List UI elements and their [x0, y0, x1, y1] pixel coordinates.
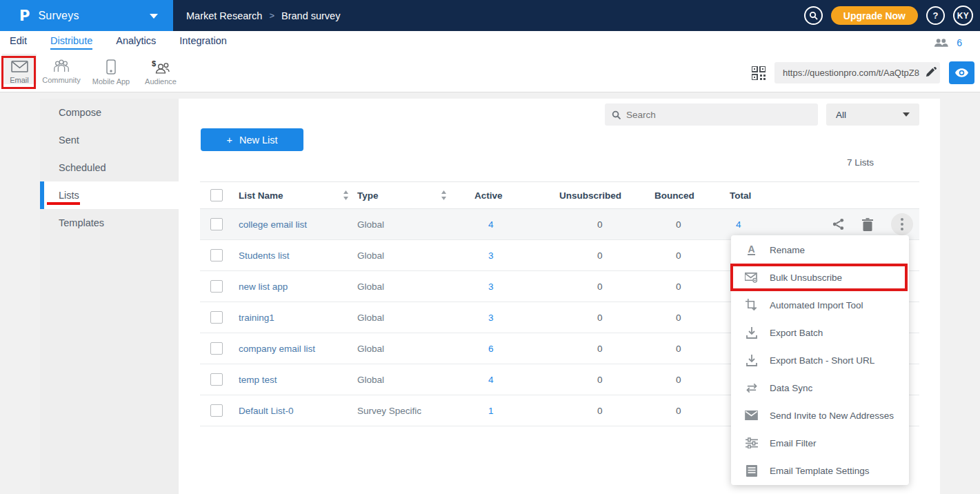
edit-url-pencil-icon[interactable] — [925, 66, 937, 78]
list-name-link[interactable]: training1 — [239, 313, 357, 323]
preview-button[interactable] — [949, 61, 974, 84]
email-icon — [11, 59, 28, 73]
channel-mobile-app[interactable]: Mobile App — [86, 54, 136, 86]
active-count[interactable]: 3 — [474, 250, 543, 261]
active-count[interactable]: 1 — [474, 406, 543, 416]
breadcrumb-parent[interactable]: Market Research — [186, 10, 262, 21]
share-icon[interactable] — [832, 218, 844, 230]
unsubscribed-count: 0 — [543, 375, 647, 385]
channel-list: Email Community Mobile App $ Audience — [0, 54, 186, 92]
bounced-count: 0 — [647, 313, 723, 323]
active-count[interactable]: 6 — [474, 344, 543, 354]
channel-audience[interactable]: $ Audience — [136, 54, 186, 86]
list-type: Global — [357, 219, 474, 230]
menu-item-automated-import-tool[interactable]: Automated Import Tool — [731, 291, 909, 319]
lists-count: 7 Lists — [847, 157, 874, 168]
filter-dropdown[interactable]: All — [826, 103, 919, 126]
audience-icon: $ — [152, 59, 170, 75]
unsubscribed-count: 0 — [543, 313, 647, 323]
menu-item-label: Rename — [770, 245, 805, 255]
sidebar-item-templates[interactable]: Templates — [40, 209, 179, 237]
menu-item-email-template-settings[interactable]: Email Template Settings — [731, 457, 909, 484]
breadcrumb-current: Brand survey — [281, 10, 340, 21]
search-icon — [612, 110, 621, 119]
menu-item-send-invite[interactable]: Send Invite to New Addresses — [731, 402, 909, 429]
menu-item-label: Email Template Settings — [770, 466, 870, 476]
menu-item-data-sync[interactable]: Data Sync — [731, 374, 909, 402]
product-switcher[interactable]: P Surveys — [0, 0, 173, 31]
list-type: Global — [357, 313, 474, 323]
menu-item-rename[interactable]: A Rename — [731, 236, 909, 264]
active-count[interactable]: 4 — [474, 219, 543, 230]
row-checkbox[interactable] — [210, 404, 223, 417]
menu-item-export-batch-short-url[interactable]: Export Batch - Short URL — [731, 346, 909, 374]
breadcrumb-separator: > — [269, 10, 274, 21]
active-count[interactable]: 3 — [474, 281, 543, 292]
col-active: Active — [474, 190, 543, 201]
active-count[interactable]: 3 — [474, 313, 543, 323]
unsubscribed-count: 0 — [543, 281, 647, 292]
list-name-link[interactable]: company email list — [239, 344, 357, 354]
list-name-link[interactable]: temp test — [239, 375, 357, 385]
list-name-link[interactable]: Default List-0 — [239, 406, 357, 416]
channel-email[interactable]: Email — [2, 54, 37, 84]
menu-item-label: Send Invite to New Addresses — [770, 411, 894, 421]
sidebar-item-scheduled[interactable]: Scheduled — [40, 154, 179, 181]
upgrade-now-button[interactable]: Upgrade Now — [831, 6, 918, 25]
data-sync-icon — [745, 383, 758, 393]
sidebar-item-compose[interactable]: Compose — [40, 99, 179, 126]
row-checkbox[interactable] — [210, 249, 223, 261]
channel-label: Email — [10, 76, 29, 84]
tab-edit[interactable]: Edit — [10, 35, 27, 50]
tab-integration[interactable]: Integration — [179, 35, 227, 50]
collaborators-icon — [934, 38, 948, 48]
filter-dropdown-value: All — [836, 110, 846, 120]
search-input[interactable] — [626, 110, 811, 120]
row-checkbox[interactable] — [210, 218, 223, 230]
tab-distribute[interactable]: Distribute — [50, 35, 92, 50]
select-all-checkbox[interactable] — [210, 189, 223, 201]
total-count[interactable]: 4 — [723, 219, 785, 230]
col-type: Type — [357, 190, 379, 201]
list-type: Global — [357, 250, 474, 261]
row-menu-button[interactable] — [891, 213, 913, 235]
main-tab-bar: Edit Distribute Analytics Integration 6 — [0, 31, 980, 54]
collaborators[interactable]: 6 — [934, 37, 980, 48]
qr-code-icon[interactable] — [752, 66, 766, 80]
list-name-link[interactable]: Students list — [239, 250, 357, 261]
sidebar-item-sent[interactable]: Sent — [40, 126, 179, 154]
row-checkbox[interactable] — [210, 280, 223, 293]
list-name-link[interactable]: college email list — [239, 219, 357, 230]
row-checkbox[interactable] — [210, 373, 223, 386]
list-type: Global — [357, 344, 474, 354]
channel-label: Mobile App — [92, 77, 130, 86]
tab-analytics[interactable]: Analytics — [116, 35, 156, 50]
list-name-link[interactable]: new list app — [239, 281, 357, 292]
channel-label: Audience — [145, 77, 177, 86]
menu-item-label: Automated Import Tool — [770, 300, 863, 310]
list-type: Survey Specific — [357, 406, 474, 416]
product-name: Surveys — [38, 10, 79, 22]
search-box — [605, 103, 818, 126]
bounced-count: 0 — [647, 406, 723, 416]
delete-icon[interactable] — [862, 218, 873, 231]
new-list-label: New List — [239, 135, 278, 146]
search-icon[interactable] — [804, 6, 823, 25]
active-count[interactable]: 4 — [474, 375, 543, 385]
bounced-count: 0 — [647, 219, 723, 230]
row-checkbox[interactable] — [210, 311, 223, 324]
channel-community[interactable]: Community — [37, 54, 86, 84]
sort-icon[interactable] — [441, 190, 447, 200]
sidebar-item-lists[interactable]: Lists — [40, 181, 179, 209]
sort-icon[interactable] — [343, 190, 349, 200]
menu-item-export-batch[interactable]: Export Batch — [731, 319, 909, 346]
survey-url-input[interactable] — [774, 62, 940, 83]
row-checkbox[interactable] — [210, 342, 223, 355]
menu-item-bulk-unsubscribe[interactable]: Bulk Unsubscribe — [731, 264, 909, 291]
menu-item-email-filter[interactable]: Email Filter — [731, 429, 909, 457]
bounced-count: 0 — [647, 281, 723, 292]
email-template-settings-icon — [745, 465, 758, 477]
new-list-button[interactable]: + New List — [201, 128, 303, 151]
help-button[interactable]: ? — [926, 6, 945, 25]
avatar[interactable]: KY — [953, 6, 973, 26]
